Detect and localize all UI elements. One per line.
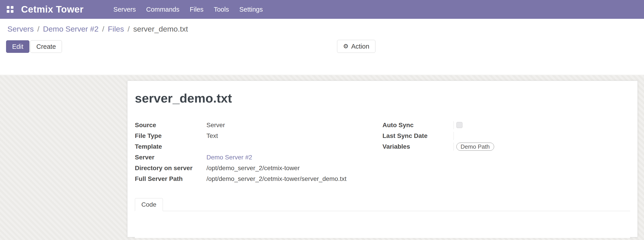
edit-button[interactable]: Edit (6, 40, 30, 53)
apps-grid-icon[interactable] (7, 6, 14, 13)
field-row-file-type: File Type Text (135, 130, 382, 141)
auto-sync-checkbox[interactable] (456, 122, 462, 128)
record-buttons: Edit Create (6, 40, 62, 53)
action-button[interactable]: ⚙ Action (337, 40, 376, 53)
apps-grid-square (11, 6, 14, 9)
field-groups: Source Server File Type Text Template Se… (135, 120, 630, 184)
field-label: Variables (382, 143, 454, 151)
field-column-left: Source Server File Type Text Template Se… (135, 120, 382, 184)
breadcrumb-separator: / (37, 25, 39, 33)
field-column-right: Auto Sync Last Sync Date Variables Demo … (382, 120, 630, 184)
breadcrumb-separator: / (102, 25, 104, 33)
field-value-server-link[interactable]: Demo Server #2 (206, 153, 382, 161)
top-navbar: Cetmix Tower Servers Commands Files Tool… (0, 0, 644, 19)
brand-title[interactable]: Cetmix Tower (21, 4, 84, 15)
field-label: Server (135, 153, 206, 161)
breadcrumb: Servers / Demo Server #2 / Files / serve… (8, 25, 188, 33)
breadcrumb-link-servers[interactable]: Servers (8, 25, 34, 33)
control-panel: Servers / Demo Server #2 / Files / serve… (0, 19, 644, 75)
field-label: Source (135, 121, 206, 129)
content-area: server_demo.txt Source Server File Type … (0, 75, 644, 240)
field-label: Full Server Path (135, 175, 206, 183)
gear-icon: ⚙ (343, 43, 348, 49)
menu-item-servers[interactable]: Servers (108, 0, 141, 19)
app-window: Cetmix Tower Servers Commands Files Tool… (0, 0, 644, 240)
field-row-source: Source Server (135, 120, 382, 130)
variable-tag[interactable]: Demo Path (456, 143, 494, 151)
apps-grid-square (11, 10, 14, 13)
field-value-file-type: Text (206, 132, 382, 140)
menu-item-settings[interactable]: Settings (234, 0, 268, 19)
create-button[interactable]: Create (30, 40, 62, 53)
apps-grid-square (7, 6, 10, 9)
field-value-full-path: /opt/demo_server_2/cetmix-tower/server_d… (206, 175, 382, 183)
tab-content-code (135, 211, 630, 238)
menu-item-tools[interactable]: Tools (209, 0, 234, 19)
field-value-directory: /opt/demo_server_2/cetmix-tower (206, 164, 382, 172)
field-value-source: Server (206, 121, 382, 129)
breadcrumb-link-files[interactable]: Files (108, 25, 124, 33)
menu-item-files[interactable]: Files (185, 0, 209, 19)
record-title: server_demo.txt (135, 91, 630, 106)
field-value-template (206, 143, 382, 151)
field-label: Last Sync Date (382, 132, 454, 140)
field-row-auto-sync: Auto Sync (382, 120, 630, 130)
field-row-template: Template (135, 141, 382, 152)
main-menu: Servers Commands Files Tools Settings (108, 0, 268, 19)
field-label: Directory on server (135, 164, 206, 172)
breadcrumb-separator: / (128, 25, 130, 33)
field-row-server: Server Demo Server #2 (135, 152, 382, 163)
field-value-last-sync (454, 132, 630, 140)
field-label: Template (135, 143, 206, 151)
form-sheet: server_demo.txt Source Server File Type … (127, 81, 638, 237)
field-row-last-sync: Last Sync Date (382, 130, 630, 141)
field-row-directory: Directory on server /opt/demo_server_2/c… (135, 163, 382, 173)
breadcrumb-current: server_demo.txt (133, 25, 188, 33)
field-label: File Type (135, 132, 206, 140)
field-label: Auto Sync (382, 121, 454, 129)
field-row-full-path: Full Server Path /opt/demo_server_2/cetm… (135, 173, 382, 184)
action-button-label: Action (351, 43, 369, 50)
menu-item-commands[interactable]: Commands (141, 0, 184, 19)
field-row-variables: Variables Demo Path (382, 141, 630, 152)
tab-code[interactable]: Code (135, 198, 163, 211)
apps-grid-square (7, 10, 10, 13)
notebook-tabs: Code (135, 198, 630, 211)
field-value-auto-sync (454, 121, 630, 129)
field-value-variables: Demo Path (454, 143, 630, 151)
breadcrumb-link-demo-server[interactable]: Demo Server #2 (43, 25, 99, 33)
notebook: Code (135, 198, 630, 238)
